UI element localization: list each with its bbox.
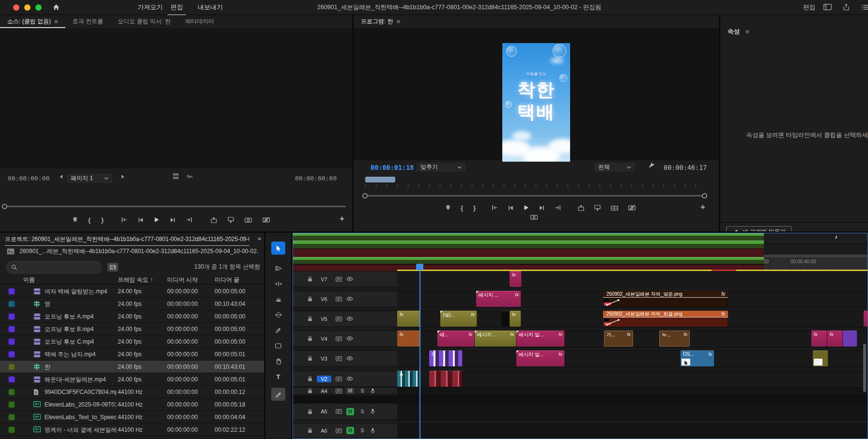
track-name-a6[interactable]: A6 (317, 427, 331, 434)
menu-import[interactable]: 가져오기 (135, 0, 166, 15)
column-header-name[interactable]: 이름 (23, 275, 35, 284)
project-item-name[interactable]: 영 (45, 298, 116, 310)
track-header-v2[interactable]: V2 (293, 371, 397, 387)
type-tool[interactable]: T (271, 370, 285, 383)
pen-tool[interactable] (271, 324, 285, 337)
project-row[interactable]: 오프닝 후보 C.mp424.00 fps00:00:00:0000:00:05… (0, 335, 264, 348)
tab-program[interactable]: 프로그램: 한≡ (354, 15, 407, 28)
project-row[interactable]: ?달빛 아래에서 (1).mp348000 Hz00:00:00:0000:03… (0, 436, 264, 439)
page-selector-dropdown[interactable]: 페이지 1 (66, 173, 113, 184)
project-row[interactable]: 오프닝 후보 A.mp424.00 fps00:00:00:0000:00:05… (0, 310, 264, 323)
timeline-clip[interactable]: fx (429, 350, 463, 366)
export-frame-icon[interactable] (245, 217, 252, 223)
fit-dropdown[interactable]: 맞추기 (416, 162, 466, 173)
toggle-track-output-eye-icon[interactable] (346, 297, 353, 301)
search-input[interactable] (6, 261, 102, 273)
project-item-name[interactable]: 오프닝 후보 A.mp4 (45, 310, 116, 323)
page-prev-button[interactable] (56, 174, 66, 180)
timeline-clip[interactable]: 누...fx (659, 331, 690, 347)
goto-out-icon[interactable] (555, 205, 561, 211)
track-lane-a4[interactable] (397, 387, 868, 395)
label-color-chip[interactable] (8, 363, 15, 370)
mark-out-icon[interactable]: } (473, 204, 476, 212)
settings-wrench-icon[interactable] (648, 163, 655, 169)
label-color-chip[interactable] (8, 376, 15, 383)
project-item-name[interactable]: 한 (45, 361, 116, 373)
mute-track-button[interactable]: M (346, 427, 354, 434)
goto-out-icon[interactable] (186, 217, 192, 223)
tab-effect-controls[interactable]: 효과 컨트롤 (65, 15, 110, 28)
drag-audio-icon[interactable] (186, 174, 194, 179)
multi-camera-icon[interactable] (611, 205, 618, 211)
graphics-tool[interactable] (271, 388, 285, 401)
track-lock-icon[interactable] (308, 336, 312, 341)
track-header-v3[interactable]: V3 (293, 350, 397, 366)
tab-metadata[interactable]: 메타데이터 (178, 15, 221, 28)
label-color-chip[interactable] (8, 301, 15, 307)
play-icon[interactable] (524, 205, 529, 211)
add-marker-icon[interactable] (446, 205, 450, 211)
label-color-chip[interactable] (8, 414, 15, 421)
project-item-name[interactable]: 달빛 아래에서 (1).mp3 (45, 436, 116, 439)
voice-over-mic-icon[interactable] (371, 409, 375, 414)
source-patch-icon[interactable] (336, 428, 342, 433)
compare-view-icon[interactable] (263, 217, 270, 223)
project-item-name[interactable]: 택배 주는 남자.mp4 (45, 348, 116, 361)
timeline-clip[interactable] (501, 311, 510, 327)
project-row[interactable]: 택배 주는 남자.mp424.00 fps00:00:00:0000:00:05… (0, 348, 264, 361)
voice-over-mic-icon[interactable] (371, 388, 375, 394)
timeline-clip[interactable]: fx (827, 331, 843, 347)
menu-edit[interactable]: 편집 (168, 0, 186, 15)
label-color-chip[interactable] (8, 288, 15, 295)
mute-track-button[interactable]: M (346, 408, 354, 415)
track-select-forward-tool[interactable] (271, 262, 285, 275)
track-header-v6[interactable]: V6 (293, 291, 397, 307)
source-patch-icon[interactable] (336, 317, 342, 321)
label-color-chip[interactable] (8, 313, 15, 320)
label-color-chip[interactable] (8, 351, 15, 358)
bin-up-icon[interactable] (7, 248, 15, 255)
search-bin-icon[interactable] (108, 263, 118, 272)
solo-track-button[interactable]: S (358, 427, 366, 434)
goto-in-icon[interactable] (121, 217, 127, 223)
program-scrubber-track[interactable] (366, 195, 704, 197)
toggle-track-output-eye-icon[interactable] (346, 356, 353, 361)
track-name-a4[interactable]: A4 (317, 388, 331, 394)
label-color-chip[interactable] (8, 326, 15, 333)
source-patch-icon[interactable] (336, 356, 342, 361)
project-row[interactable]: 여자 택배 알림받는.mp424.00 fps00:00:00:0000:00:… (0, 285, 264, 298)
project-row[interactable]: ElevenLabs_2025-09-09T0144100 Hz00:00:00… (0, 398, 264, 411)
close-window-button[interactable] (13, 4, 19, 11)
timeline-clip[interactable]: 메시지 알...fx (516, 350, 565, 366)
source-patch-icon[interactable] (336, 297, 342, 302)
source-scrubber-track[interactable] (7, 206, 346, 207)
project-row[interactable]: 영케이 - 너의 곁에 세븐일레븐44100 Hz00:00:00:0000:0… (0, 424, 264, 436)
mark-out-icon[interactable]: } (101, 216, 104, 224)
hand-tool[interactable] (271, 355, 285, 368)
drag-video-icon[interactable] (172, 173, 179, 180)
project-row[interactable]: ElevenLabs_Text_to_Speech44100 Hz00:00:0… (0, 411, 264, 424)
panel-menu-icon[interactable]: ≡ (745, 28, 749, 35)
track-lock-icon[interactable] (308, 428, 312, 433)
track-name-v5[interactable]: V5 (317, 316, 331, 322)
project-row[interactable]: 해운대-세븐일레븐.mp424.00 fps00:00:00:0000:00:0… (0, 373, 264, 386)
timeline-clip[interactable]: fx (397, 311, 421, 327)
track-lane-v2[interactable] (397, 371, 868, 388)
track-lane-v7[interactable] (397, 271, 868, 288)
timeline-clip[interactable]: OS...fx (681, 350, 714, 366)
track-header-v7[interactable]: V7 (293, 271, 397, 287)
tab-audio-clip-mixer[interactable]: 오디오 클립 믹서: 한 (110, 15, 178, 28)
toggle-track-output-eye-icon[interactable] (346, 317, 353, 321)
source-button-editor-icon[interactable]: + (340, 214, 344, 223)
rectangle-tool[interactable] (271, 339, 285, 352)
track-lane-v3[interactable] (397, 350, 868, 367)
column-header-end[interactable]: 미디어 끝 (215, 275, 239, 284)
toggle-track-output-eye-icon[interactable] (346, 277, 353, 281)
track-header-v4[interactable]: V4 (293, 331, 397, 347)
project-row[interactable]: 오프닝 후보 B.mp424.00 fps00:00:00:0000:00:05… (0, 323, 264, 335)
timeline-clip[interactable]: 메시지 알...fx (516, 331, 565, 347)
source-patch-icon[interactable] (336, 389, 342, 394)
new-graphic-button[interactable]: 새 그래픽 만들기 (726, 226, 792, 231)
source-patch-icon[interactable] (336, 336, 342, 341)
source-patch-icon[interactable] (336, 377, 342, 381)
